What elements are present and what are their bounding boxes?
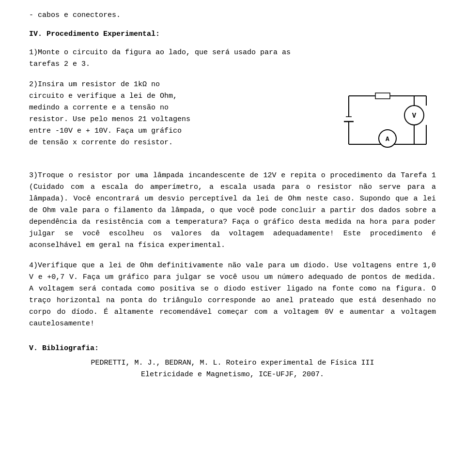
circuit-diagram: V A bbox=[339, 81, 436, 161]
circuit-svg: V A bbox=[339, 81, 436, 159]
svg-rect-21 bbox=[375, 93, 390, 99]
intro-line: - cabos e conectores. bbox=[29, 10, 436, 21]
bibliography-text: PEDRETTI, M. J., BEDRAN, M. L. Roteiro e… bbox=[29, 357, 436, 381]
task4-text: 4)Verifique que a lei de Ohm definitivam… bbox=[29, 260, 436, 330]
task1-text: 1)Monte o circuito da figura ao lado, qu… bbox=[29, 47, 436, 70]
svg-text:V: V bbox=[412, 112, 417, 120]
page-content: - cabos e conectores. IV. Procedimento E… bbox=[29, 10, 436, 381]
svg-text:A: A bbox=[386, 136, 389, 143]
bibliography-section: V. Bibliografia: PEDRETTI, M. J., BEDRAN… bbox=[29, 344, 436, 381]
bibliography-heading: V. Bibliografia: bbox=[29, 344, 436, 353]
task2-layout: 2)Insira um resistor de 1kΩ no circuito … bbox=[29, 79, 436, 161]
section4-heading: IV. Procedimento Experimental: bbox=[29, 30, 436, 38]
task2-text: 2)Insira um resistor de 1kΩ no circuito … bbox=[29, 79, 329, 154]
task3-text: 3)Troque o resistor por uma lâmpada inca… bbox=[29, 170, 436, 251]
